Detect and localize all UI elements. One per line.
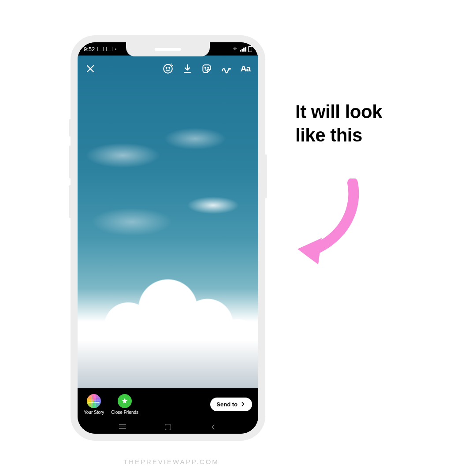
android-home-button[interactable] bbox=[164, 423, 172, 431]
phone-notch bbox=[126, 42, 210, 56]
phone-mockup: 9:52 bbox=[71, 35, 265, 441]
phone-volume-down bbox=[69, 185, 72, 218]
wifi-icon bbox=[232, 47, 238, 52]
close-icon[interactable] bbox=[84, 62, 97, 75]
send-to-label: Send to bbox=[216, 401, 238, 408]
sticker-icon[interactable] bbox=[200, 62, 213, 75]
send-to-button[interactable]: Send to bbox=[210, 398, 252, 411]
chevron-right-icon bbox=[240, 401, 246, 407]
status-image-icon bbox=[97, 47, 104, 51]
status-time: 9:52 bbox=[84, 46, 95, 52]
svg-point-4 bbox=[208, 67, 208, 68]
svg-point-3 bbox=[205, 67, 206, 68]
svg-point-2 bbox=[169, 67, 170, 68]
phone-side-button bbox=[69, 119, 72, 137]
story-toolbar: Aa bbox=[78, 59, 258, 78]
signal-icon bbox=[240, 47, 246, 52]
battery-icon bbox=[248, 46, 252, 52]
svg-point-5 bbox=[229, 68, 231, 70]
phone-power-button bbox=[264, 154, 267, 198]
close-friends-button[interactable]: Close Friends bbox=[111, 394, 138, 415]
pink-arrow-icon bbox=[291, 178, 370, 267]
svg-point-1 bbox=[166, 67, 167, 68]
watermark: THEPREVIEWAPP.COM bbox=[123, 458, 219, 465]
close-friends-label: Close Friends bbox=[111, 410, 138, 415]
phone-screen: 9:52 bbox=[78, 42, 258, 434]
android-recents-button[interactable] bbox=[118, 423, 127, 431]
your-story-label: Your Story bbox=[84, 410, 104, 415]
story-canvas[interactable]: Aa bbox=[78, 56, 258, 388]
annotation-text: It will look like this bbox=[295, 100, 382, 147]
phone-volume-up bbox=[69, 145, 72, 178]
text-tool-button[interactable]: Aa bbox=[239, 62, 252, 75]
your-story-avatar bbox=[87, 394, 101, 408]
face-effects-icon[interactable] bbox=[161, 62, 175, 75]
draw-icon[interactable] bbox=[219, 62, 233, 75]
close-friends-icon bbox=[118, 394, 132, 408]
android-nav-bar bbox=[78, 420, 258, 434]
download-icon[interactable] bbox=[181, 62, 194, 75]
status-image-icon bbox=[106, 47, 112, 51]
share-bar: Your Story Close Friends Send to bbox=[78, 388, 258, 420]
cloud-shadow bbox=[78, 340, 258, 388]
android-back-button[interactable] bbox=[209, 423, 218, 431]
your-story-button[interactable]: Your Story bbox=[84, 394, 104, 415]
status-dot bbox=[115, 48, 116, 50]
svg-point-0 bbox=[164, 64, 172, 73]
